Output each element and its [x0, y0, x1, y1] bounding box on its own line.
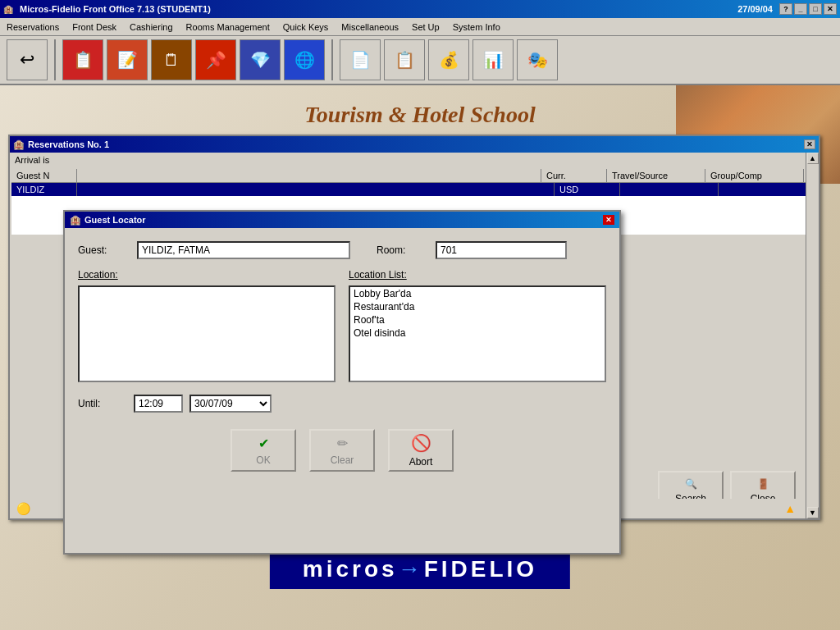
guest-label: Guest: — [78, 244, 127, 256]
reservations-dialog-close[interactable]: ✕ — [804, 139, 815, 149]
scroll-down-btn[interactable]: ▼ — [807, 507, 819, 518]
reservations-dialog-title: Reservations No. 1 — [28, 139, 109, 149]
abort-button[interactable]: 🚫 Abort — [388, 429, 454, 472]
search-icon: 🔍 — [685, 478, 697, 490]
ok-button[interactable]: ✔ OK — [231, 429, 296, 472]
col-curr: Curr. — [541, 169, 607, 182]
close-button[interactable]: ✕ — [824, 3, 837, 15]
menu-system-info[interactable]: System Info — [450, 21, 504, 34]
date-select[interactable]: 30/07/09 — [189, 395, 272, 413]
menu-front-desk[interactable]: Front Desk — [69, 21, 120, 34]
toolbar: ↩ 📋 📝 🗒 📌 💎 🌐 📄 📋 💰 📊 🎭 — [0, 36, 840, 85]
location-col: Location: — [78, 269, 336, 385]
abort-label: Abort — [409, 456, 433, 468]
menu-bar: Reservations Front Desk Cashiering Rooms… — [0, 18, 840, 36]
action-buttons: ✔ OK ✏ Clear 🚫 Abort — [78, 429, 606, 472]
reservations-dialog: 🏨 Reservations No. 1 ✕ Arrival is Guest … — [8, 135, 820, 520]
guest-locator-close[interactable]: ✕ — [603, 215, 614, 225]
toolbar-btn-checkout[interactable]: 🗒 — [151, 39, 192, 80]
maximize-button[interactable]: □ — [809, 3, 822, 15]
brand-text: micros→FIDELIO — [303, 556, 537, 582]
guest-locator-content: Guest: Room: Location: Location List: — [65, 228, 619, 485]
ok-label: OK — [256, 454, 270, 466]
cell-travel — [620, 183, 719, 196]
menu-reservations[interactable]: Reservations — [3, 21, 62, 34]
app-date: 27/09/04 — [737, 4, 773, 14]
toolbar-separator-2 — [331, 39, 333, 80]
arrival-label: Arrival is — [15, 155, 49, 165]
toolbar-btn-globe[interactable]: 🌐 — [284, 39, 325, 80]
location-textarea[interactable] — [78, 285, 336, 382]
col-guest: Guest N — [11, 169, 77, 182]
clear-label: Clear — [331, 454, 354, 466]
menu-set-up[interactable]: Set Up — [409, 21, 443, 34]
menu-miscellaneous[interactable]: Miscellaneous — [338, 21, 402, 34]
guest-room-row: Guest: Room: — [78, 241, 606, 259]
toolbar-btn-misc[interactable]: 🎭 — [517, 39, 558, 80]
clear-button[interactable]: ✏ Clear — [309, 429, 375, 472]
toolbar-btn-diamond[interactable]: 💎 — [240, 39, 281, 80]
app-title: Micros-Fidelio Front Office 7.13 (STUDEN… — [20, 4, 211, 14]
title-bar: 🏨 Micros-Fidelio Front Office 7.13 (STUD… — [0, 0, 840, 18]
location-list: Lobby Bar'da Restaurant'da Roof'ta Otel … — [349, 285, 606, 382]
ok-icon: ✔ — [258, 436, 269, 451]
two-col-area: Location: Location List: Lobby Bar'da Re… — [78, 269, 606, 385]
brand-bar: micros→FIDELIO — [270, 550, 570, 589]
list-item-lobby[interactable]: Lobby Bar'da — [350, 287, 605, 300]
table-header: Guest N Curr. Travel/Source Group/Comp — [11, 169, 817, 183]
toolbar-btn-reports[interactable]: 📊 — [472, 39, 514, 80]
room-input[interactable] — [436, 241, 567, 259]
guest-locator-title-text: Guest Locator — [84, 215, 146, 225]
cell-curr: USD — [555, 183, 620, 196]
indicator-yellow: 🟡 — [16, 502, 30, 515]
minimize-button[interactable]: _ — [794, 3, 807, 15]
app-window: 🏨 Micros-Fidelio Front Office 7.13 (STUD… — [0, 0, 840, 630]
app-icon: 🏨 — [3, 5, 13, 14]
list-item-restaurant[interactable]: Restaurant'da — [350, 300, 605, 313]
location-list-label: Location List: — [349, 269, 606, 281]
toolbar-btn-quickkeys[interactable]: 📌 — [195, 39, 236, 80]
clear-icon: ✏ — [337, 436, 348, 451]
menu-cashiering[interactable]: Cashiering — [126, 21, 176, 34]
table-row[interactable]: YILDIZ USD — [11, 183, 817, 196]
time-input[interactable] — [134, 395, 183, 413]
toolbar-btn-cashier[interactable]: 💰 — [428, 39, 469, 80]
cell-guest: YILDIZ — [11, 183, 77, 196]
col-group: Group/Comp — [705, 169, 804, 182]
arrival-row: Arrival is — [10, 153, 819, 167]
menu-rooms-management[interactable]: Rooms Management — [183, 21, 273, 34]
close-res-icon: 🚪 — [757, 478, 769, 490]
toolbar-separator-1 — [54, 39, 56, 80]
until-label: Until: — [78, 398, 127, 409]
guest-locator-dialog: 🏨 Guest Locator ✕ Guest: Room: — [63, 210, 621, 555]
toolbar-btn-checkin[interactable]: 📝 — [107, 39, 148, 80]
help-button[interactable]: ? — [779, 3, 792, 15]
list-item-outside[interactable]: Otel disinda — [350, 326, 605, 340]
reservations-scrollbar[interactable]: ▲ ▼ — [806, 153, 819, 518]
toolbar-btn-reservations[interactable]: 📋 — [62, 39, 103, 80]
location-list-col: Location List: Lobby Bar'da Restaurant'd… — [349, 269, 606, 385]
menu-quick-keys[interactable]: Quick Keys — [280, 21, 332, 34]
guest-locator-icon: 🏨 — [70, 215, 81, 226]
location-label: Location: — [78, 269, 336, 281]
guest-input[interactable] — [137, 241, 350, 259]
main-content: Tourism & Hotel School micros→FIDELIO 🏨 … — [0, 85, 840, 630]
reservations-dialog-icon: 🏨 — [13, 139, 25, 150]
toolbar-btn-back[interactable]: ↩ — [7, 39, 48, 80]
until-row: Until: 30/07/09 — [78, 395, 606, 413]
room-label: Room: — [377, 244, 426, 256]
toolbar-btn-tasks[interactable]: 📋 — [384, 39, 425, 80]
scroll-up-btn[interactable]: ▲ — [807, 153, 819, 164]
cell-group — [719, 183, 817, 196]
indicator-triangle: ▲ — [784, 502, 796, 515]
guest-locator-title-bar: 🏨 Guest Locator ✕ — [65, 212, 619, 228]
col-filler — [77, 169, 541, 182]
abort-icon: 🚫 — [411, 433, 431, 453]
list-item-roof[interactable]: Roof'ta — [350, 313, 605, 326]
col-travel: Travel/Source — [607, 169, 705, 182]
reservations-dialog-title-bar: 🏨 Reservations No. 1 ✕ — [10, 136, 819, 153]
cell-filler — [77, 183, 555, 196]
toolbar-btn-notes[interactable]: 📄 — [340, 39, 381, 80]
